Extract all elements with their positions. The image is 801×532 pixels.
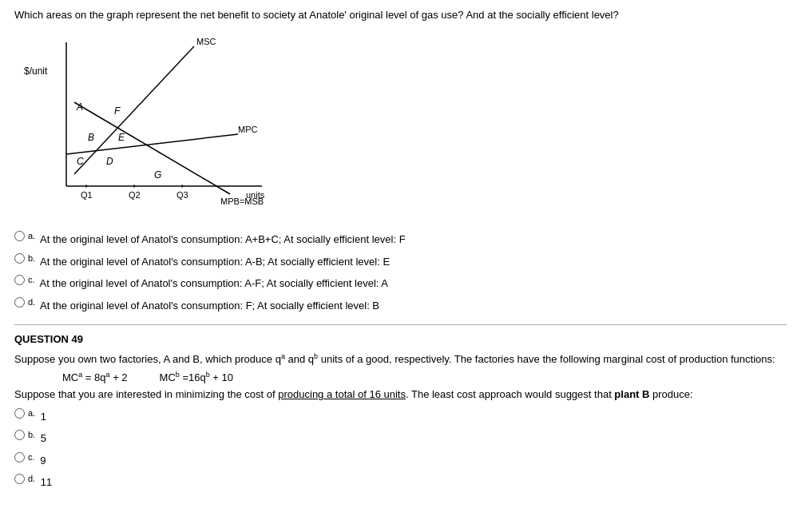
question-49-intro: Suppose you own two factories, A and B, … (14, 351, 787, 367)
svg-text:Q2: Q2 (129, 190, 141, 200)
svg-text:D: D (106, 156, 113, 167)
question-49-section: QUESTION 49 Suppose you own two factorie… (14, 333, 787, 490)
q49-radio-a[interactable] (14, 408, 25, 419)
q48-option-d: d. At the original level of Anatol's con… (14, 296, 787, 314)
svg-text:A: A (76, 101, 83, 113)
radio-c[interactable] (14, 275, 25, 285)
q49-option-d: d. 11 (14, 473, 787, 490)
svg-text:G: G (154, 169, 161, 181)
section-divider (14, 324, 787, 325)
svg-text:F: F (114, 105, 121, 117)
q49-radio-b[interactable] (14, 430, 25, 440)
q49-radio-d[interactable] (14, 474, 25, 484)
svg-text:C: C (77, 156, 84, 167)
svg-line-3 (74, 46, 194, 174)
svg-text:E: E (118, 132, 125, 143)
q48-option-a: a. At the original level of Anatol's con… (14, 230, 787, 248)
radio-d[interactable] (14, 297, 25, 308)
svg-text:Q3: Q3 (176, 190, 188, 200)
svg-text:Q1: Q1 (81, 190, 93, 200)
svg-text:MSC: MSC (196, 37, 216, 46)
q48-option-b: b. At the original level of Anatol's con… (14, 252, 787, 270)
q49-option-b: b. 5 (14, 429, 787, 447)
q48-option-c: c. At the original level of Anatol's con… (14, 274, 787, 292)
graph-container: $/unit MSC MPC MPB=MSB Q1 Q2 Q3 (22, 30, 294, 222)
question-49-body: Suppose that you are interested in minim… (14, 387, 787, 403)
question-49-heading: QUESTION 49 (14, 333, 787, 345)
q49-options: a. 1 b. 5 c. 9 d. 11 (14, 407, 787, 490)
radio-a[interactable] (14, 231, 25, 241)
q48-options: a. At the original level of Anatol's con… (14, 230, 787, 313)
graph-svg: $/unit MSC MPC MPB=MSB Q1 Q2 Q3 (22, 30, 294, 222)
q49-option-c: c. 9 (14, 451, 787, 469)
svg-text:B: B (88, 132, 94, 143)
svg-text:units: units (246, 190, 265, 200)
mc-formulas: MCa = 8qa + 2 MCb =16qb + 10 (62, 371, 787, 383)
svg-text:MPC: MPC (238, 125, 258, 134)
radio-b[interactable] (14, 253, 25, 264)
svg-text:$/unit: $/unit (24, 66, 48, 77)
q49-option-a: a. 1 (14, 407, 787, 425)
q49-radio-c[interactable] (14, 452, 25, 463)
svg-line-7 (74, 102, 230, 194)
question-48-text: Which areas on the graph represent the n… (14, 8, 787, 22)
